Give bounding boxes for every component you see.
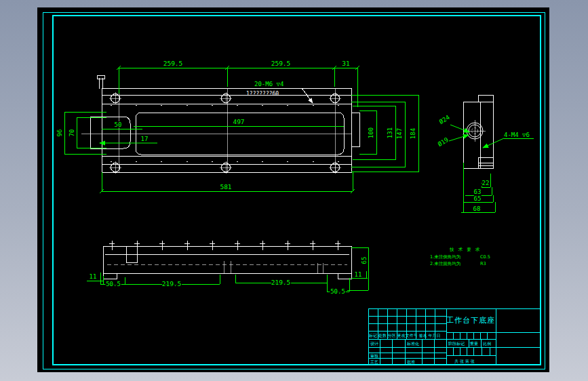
- tech-notes-title: 技 术 要 求: [449, 247, 481, 252]
- thread-callout: 20-M6 ▽4: [254, 81, 283, 87]
- scale-label: 比例: [483, 341, 491, 346]
- tech-note-2-value: R3: [480, 261, 486, 266]
- dim-65-front: 65: [361, 257, 368, 264]
- tech-note-1: 1.未注倒角均为: [430, 254, 460, 260]
- dim-31: 31: [342, 60, 350, 67]
- pin: [99, 78, 102, 89]
- drawing-line: [329, 161, 341, 174]
- drawing-line: [224, 261, 323, 273]
- tech-notes: 技 术 要 求 1.未注倒角均为 C0.5 2.未注圆角均为 R3: [430, 247, 490, 266]
- drawing-line: [464, 120, 486, 142]
- cad-window: 259.5 259.5 31 20-M6 ▽4 1???????60 96 70…: [0, 0, 588, 381]
- dim-581: 581: [220, 183, 231, 190]
- dim-68: 68: [473, 205, 481, 212]
- dim-259-right: 259.5: [271, 60, 291, 67]
- dim-63: 63: [474, 188, 482, 195]
- weight-label: 重量: [469, 341, 478, 346]
- drawing-line: [329, 92, 341, 104]
- right-tab: [351, 113, 359, 146]
- dim-65: 65: [474, 195, 482, 202]
- dim-147: 147: [396, 128, 403, 139]
- drawing-line: [310, 241, 315, 250]
- drawing-line: [119, 88, 335, 172]
- design-label: 设计: [370, 341, 378, 346]
- drawing-line: [450, 125, 469, 132]
- drawing-line: [496, 332, 541, 347]
- dim-219-left: 219.5: [162, 280, 182, 287]
- part-title: 工作台下底座: [446, 316, 495, 325]
- drawing-line: [109, 241, 115, 250]
- drawing-svg: 259.5 259.5 31 20-M6 ▽4 1???????60 96 70…: [0, 0, 588, 381]
- drawing-line: [119, 68, 357, 107]
- dim-50: 50: [115, 121, 122, 128]
- dim-96: 96: [56, 129, 63, 137]
- top-view-dimensions: 259.5 259.5 31 20-M6 ▽4 1???????60 96 70…: [56, 60, 418, 193]
- drawing-line: [184, 241, 190, 250]
- drawing-line: [260, 241, 265, 250]
- side-top-tab: [478, 95, 493, 102]
- drawing-line: [285, 241, 290, 250]
- dim-50-5-left: 50.5: [106, 281, 121, 287]
- drawing-line: [351, 95, 418, 172]
- pin-cap: [97, 75, 104, 79]
- drawing-line: [109, 92, 121, 104]
- dim-184: 184: [410, 128, 416, 139]
- drawing-line: [102, 95, 351, 164]
- top-view: [81, 75, 359, 174]
- drawing-line: [449, 135, 469, 141]
- right-foot: [338, 273, 351, 279]
- approve-label: 批准: [407, 359, 415, 365]
- drawing-line: [453, 332, 487, 339]
- top-view-outline: [102, 88, 351, 172]
- drawing-line: [235, 241, 240, 250]
- side-thread-callout: 4-M4 ▽6: [504, 132, 530, 138]
- dim-219-right: 219.5: [271, 279, 291, 286]
- dim-50-5-right: 50.5: [330, 288, 345, 295]
- title-block: 工作台下底座 标记 处数 分区 更改文件号 签名 年月日 设计 标准化 审核 工…: [368, 308, 541, 365]
- front-outline: [103, 246, 351, 273]
- tech-note-1-value: C0.5: [480, 254, 490, 260]
- dim-11-left: 11: [90, 273, 97, 280]
- sheet-label: 共 张 第 张: [454, 359, 475, 364]
- dim-11-right: 11: [355, 271, 362, 278]
- dim-22: 22: [482, 180, 490, 186]
- drawing-line: [109, 161, 121, 174]
- left-pocket: [90, 117, 130, 148]
- tech-note-2: 2.未注圆角均为: [430, 261, 460, 266]
- revision-header: 标记 处数 分区 更改文件号 签名 年月日: [368, 333, 441, 338]
- drawing-line: [210, 241, 215, 250]
- dia-24: Ø24: [438, 114, 451, 125]
- drawing-line: [335, 241, 340, 250]
- drawing-line: [134, 241, 140, 250]
- dim-100: 100: [368, 127, 374, 138]
- dia-19: Ø19: [437, 136, 450, 148]
- stage-label: 阶段标记: [448, 341, 465, 346]
- standard-label: 标准化: [406, 341, 419, 346]
- left-foot: [103, 273, 117, 279]
- drawing-line: [220, 161, 232, 174]
- dim-17: 17: [141, 136, 149, 142]
- drawing-line: [159, 241, 165, 250]
- dim-131: 131: [387, 127, 393, 138]
- thread-callout-sub: 1???????60: [246, 91, 279, 97]
- process-label: 工艺: [370, 359, 378, 364]
- drawing-line: [220, 92, 232, 104]
- dim-259-left: 259.5: [163, 60, 183, 67]
- dim-497: 497: [233, 118, 244, 125]
- dim-70: 70: [68, 129, 75, 137]
- check-label: 审核: [370, 353, 378, 358]
- front-view: [103, 241, 351, 279]
